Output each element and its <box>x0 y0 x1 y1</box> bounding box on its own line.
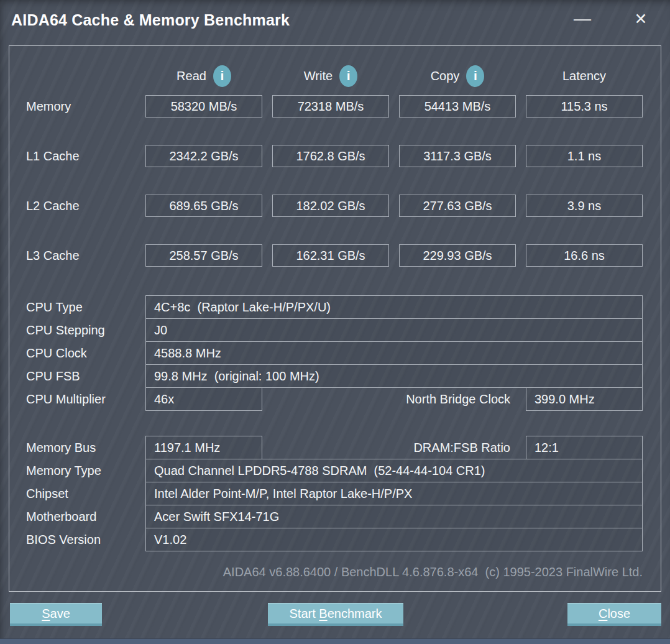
row-label-bios-version: BIOS Version <box>26 528 101 551</box>
row-label-cpu-type: CPU Type <box>26 295 83 319</box>
info-icon[interactable]: i <box>339 65 357 87</box>
value-l3-latency: 16.6 ns <box>526 244 643 267</box>
column-header-write-label: Write <box>304 69 333 83</box>
start-label-key: B <box>319 607 327 621</box>
row-label-cpu-fsb: CPU FSB <box>26 364 80 388</box>
column-header-copy: Copy i <box>399 64 516 88</box>
column-header-write: Write i <box>272 64 389 88</box>
row-label-l3-cache: L3 Cache <box>26 244 80 267</box>
save-label-post: ave <box>50 607 70 621</box>
row-label-cpu-clock: CPU Clock <box>26 341 87 365</box>
value-chipset: Intel Alder Point-M/P, Intel Raptor Lake… <box>145 482 643 505</box>
row-label-memory: Memory <box>26 95 71 117</box>
minimize-icon: — <box>574 9 591 29</box>
value-l2-latency: 3.9 ns <box>526 195 643 217</box>
value-memory-read: 58320 MB/s <box>145 95 262 117</box>
value-l3-read: 258.57 GB/s <box>145 244 262 267</box>
close-label-post: lose <box>607 607 630 621</box>
value-cpu-clock: 4588.8 MHz <box>145 341 643 365</box>
value-memory-type: Quad Channel LPDDR5-4788 SDRAM (52-44-44… <box>145 459 643 482</box>
start-label-post: enchmark <box>328 607 382 621</box>
row-label-memory-type: Memory Type <box>26 459 101 482</box>
column-header-read-label: Read <box>177 69 206 83</box>
value-north-bridge-clock: 399.0 MHz <box>526 387 643 411</box>
row-label-cpu-stepping: CPU Stepping <box>26 318 105 342</box>
column-header-latency: Latency <box>526 64 643 88</box>
value-l2-write: 182.02 GB/s <box>272 195 389 217</box>
version-credits: AIDA64 v6.88.6400 / BenchDLL 4.6.876.8-x… <box>83 565 643 579</box>
value-l3-copy: 229.93 GB/s <box>399 244 516 267</box>
save-label-key: S <box>42 607 50 621</box>
label-dram-fsb-ratio: DRAM:FSB Ratio <box>145 436 510 459</box>
save-button[interactable]: Save <box>10 603 102 626</box>
value-l3-write: 162.31 GB/s <box>272 244 389 267</box>
close-dialog-button[interactable]: Close <box>567 603 661 626</box>
benchmark-window: AIDA64 Cache & Memory Benchmark — ✕ Read… <box>0 0 670 644</box>
row-label-l1-cache: L1 Cache <box>26 145 80 167</box>
column-header-copy-label: Copy <box>431 69 460 83</box>
info-icon[interactable]: i <box>213 65 231 87</box>
value-bios-version: V1.02 <box>145 528 643 551</box>
close-button[interactable]: ✕ <box>626 5 656 32</box>
value-cpu-stepping: J0 <box>145 318 643 342</box>
value-motherboard: Acer Swift SFX14-71G <box>145 505 643 528</box>
close-label-key: C <box>599 607 607 621</box>
window-title: AIDA64 Cache & Memory Benchmark <box>11 11 290 29</box>
window-bottom-edge <box>0 638 670 644</box>
value-cpu-fsb: 99.8 MHz (original: 100 MHz) <box>145 364 643 388</box>
column-header-read: Read i <box>145 64 262 88</box>
start-label-pre: Start <box>290 607 319 621</box>
label-north-bridge-clock: North Bridge Clock <box>145 387 510 411</box>
results-panel: Read i Write i Copy i Latency Memory 583… <box>9 45 661 592</box>
minimize-button[interactable]: — <box>567 5 597 32</box>
row-label-memory-bus: Memory Bus <box>26 436 96 459</box>
row-label-chipset: Chipset <box>26 482 68 505</box>
value-memory-copy: 54413 MB/s <box>399 95 516 117</box>
value-dram-fsb-ratio: 12:1 <box>526 436 643 459</box>
value-l2-read: 689.65 GB/s <box>145 195 262 217</box>
value-l1-read: 2342.2 GB/s <box>145 145 262 167</box>
info-icon[interactable]: i <box>466 65 484 87</box>
value-l1-latency: 1.1 ns <box>526 145 643 167</box>
row-label-motherboard: Motherboard <box>26 505 96 528</box>
value-l2-copy: 277.63 GB/s <box>399 195 516 217</box>
value-l1-copy: 3117.3 GB/s <box>399 145 516 167</box>
close-icon: ✕ <box>635 10 648 28</box>
start-benchmark-button[interactable]: Start Benchmark <box>268 603 403 626</box>
row-label-l2-cache: L2 Cache <box>26 195 80 217</box>
value-memory-latency: 115.3 ns <box>526 95 643 117</box>
value-l1-write: 1762.8 GB/s <box>272 145 389 167</box>
column-header-latency-label: Latency <box>562 69 606 83</box>
titlebar: AIDA64 Cache & Memory Benchmark — ✕ <box>0 0 670 41</box>
value-memory-write: 72318 MB/s <box>272 95 389 117</box>
row-label-cpu-multiplier: CPU Multiplier <box>26 387 106 411</box>
value-cpu-type: 4C+8c (Raptor Lake-H/P/PX/U) <box>145 295 643 319</box>
